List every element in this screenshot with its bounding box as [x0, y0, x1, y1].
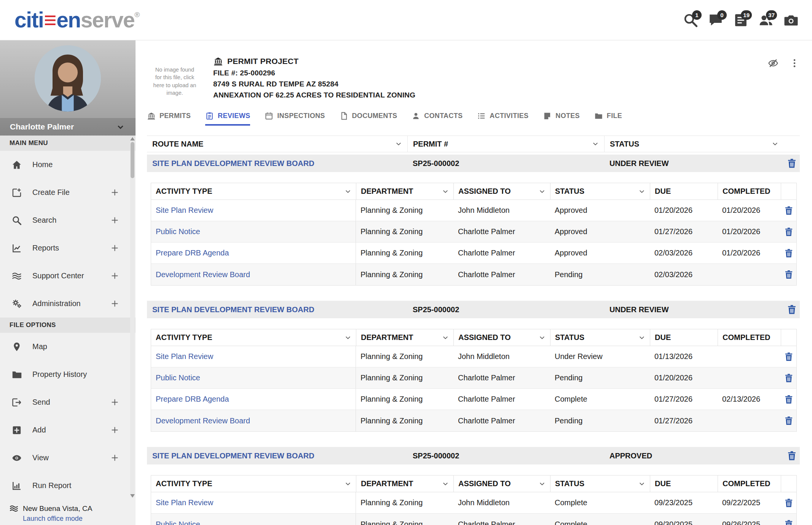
chevron-down-icon[interactable] [638, 187, 646, 196]
column-header-label[interactable]: DEPARTMENT [361, 479, 413, 488]
sidebar-item-run-report[interactable]: Run Report [0, 472, 136, 499]
column-header-label[interactable]: ASSIGNED TO [458, 479, 510, 488]
sidebar-item-send[interactable]: Send [0, 388, 136, 416]
tab-permits[interactable]: PERMITS [147, 112, 191, 126]
more-options-icon[interactable] [789, 58, 800, 69]
chevron-down-icon[interactable] [394, 140, 403, 148]
column-header-label[interactable]: STATUS [555, 333, 584, 342]
upload-image-placeholder[interactable]: No image found for this file, click here… [152, 66, 198, 97]
expand-plus-icon[interactable] [110, 188, 120, 197]
chevron-down-icon[interactable] [344, 480, 352, 488]
delete-route-button[interactable] [786, 304, 798, 315]
activity-type-link[interactable]: Public Notice [156, 227, 200, 236]
delete-activity-button[interactable] [783, 351, 794, 362]
column-header-label[interactable]: ASSIGNED TO [458, 187, 510, 196]
delete-activity-button[interactable] [783, 394, 794, 405]
chevron-down-icon[interactable] [771, 140, 779, 148]
chevron-down-icon[interactable] [441, 334, 450, 342]
scrollbar-thumb[interactable] [131, 142, 134, 178]
scrollbar-track[interactable] [130, 137, 135, 498]
activity-type-link[interactable]: Public Notice [156, 373, 200, 382]
activity-type-link[interactable]: Development Review Board [156, 270, 250, 279]
expand-plus-icon[interactable] [110, 299, 120, 308]
column-header-label[interactable]: PERMIT # [413, 140, 448, 148]
sidebar-item-create-file[interactable]: Create File [0, 179, 136, 206]
scroll-down-arrow-icon[interactable] [130, 494, 135, 498]
expand-plus-icon[interactable] [110, 215, 120, 225]
expand-plus-icon[interactable] [110, 425, 120, 435]
tab-documents[interactable]: DOCUMENTS [340, 112, 397, 126]
chevron-down-icon[interactable] [591, 140, 600, 148]
delete-activity-button[interactable] [783, 248, 794, 259]
sidebar-item-map[interactable]: Map [0, 333, 136, 361]
chevron-down-icon[interactable] [441, 187, 450, 196]
sidebar-item-view[interactable]: View [0, 444, 136, 472]
tab-notes[interactable]: NOTES [543, 112, 580, 126]
camera-icon-button[interactable] [783, 11, 799, 29]
tab-inspections[interactable]: INSPECTIONS [265, 112, 325, 126]
column-header-label[interactable]: STATUS [610, 140, 639, 148]
column-header-label[interactable]: COMPLETED [723, 479, 771, 488]
chevron-down-icon[interactable] [538, 334, 546, 342]
tab-activities[interactable]: ACTIVITIES [477, 112, 528, 126]
delete-route-button[interactable] [786, 158, 798, 169]
delete-activity-button[interactable] [783, 519, 794, 525]
chevron-down-icon[interactable] [441, 480, 450, 488]
search-icon-button[interactable]: 1 [683, 11, 699, 29]
sidebar-item-home[interactable]: Home [0, 151, 136, 179]
activity-type-link[interactable]: Prepare DRB Agenda [156, 395, 229, 404]
chevron-down-icon[interactable] [115, 122, 126, 132]
tab-contacts[interactable]: CONTACTS [412, 112, 463, 126]
chevron-down-icon[interactable] [638, 334, 646, 342]
sidebar-item-search[interactable]: Search [0, 206, 136, 234]
tab-file[interactable]: FILE [594, 112, 622, 126]
column-header-label[interactable]: STATUS [555, 187, 584, 196]
chevron-down-icon[interactable] [344, 334, 352, 342]
delete-activity-button[interactable] [783, 269, 794, 280]
tab-reviews[interactable]: REVIEWS [205, 112, 250, 126]
column-header-label[interactable]: DEPARTMENT [361, 187, 413, 196]
route-name-link[interactable]: SITE PLAN DEVELOPMENT REVIEW BOARD [147, 305, 314, 314]
column-header-label[interactable]: ACTIVITY TYPE [156, 187, 212, 196]
chevron-down-icon[interactable] [344, 187, 352, 196]
launch-office-mode-link[interactable]: Launch office mode [23, 515, 136, 523]
delete-activity-button[interactable] [783, 498, 794, 508]
people-icon-button[interactable]: 37 [758, 11, 774, 29]
chevron-down-icon[interactable] [538, 187, 546, 196]
activity-type-link[interactable]: Site Plan Review [156, 206, 213, 215]
sidebar-item-reports[interactable]: Reports [0, 234, 136, 262]
sidebar-scrollbar[interactable] [130, 137, 135, 498]
expand-plus-icon[interactable] [110, 243, 120, 253]
column-header-label[interactable]: ACTIVITY TYPE [156, 479, 212, 488]
expand-plus-icon[interactable] [110, 397, 120, 407]
delete-activity-button[interactable] [783, 415, 794, 426]
scroll-up-arrow-icon[interactable] [130, 137, 135, 140]
activity-type-link[interactable]: Development Review Board [156, 416, 250, 425]
sidebar-item-property-history[interactable]: Property History [0, 361, 136, 388]
activity-type-link[interactable]: Site Plan Review [156, 352, 213, 361]
sidebar-item-administration[interactable]: Administration [0, 290, 136, 318]
delete-route-button[interactable] [786, 450, 798, 461]
sidebar-item-add[interactable]: Add [0, 416, 136, 444]
route-name-link[interactable]: SITE PLAN DEVELOPMENT REVIEW BOARD [147, 452, 314, 460]
column-header-label[interactable]: DUE [655, 187, 671, 196]
delete-activity-button[interactable] [783, 227, 794, 237]
column-header-label[interactable]: DEPARTMENT [361, 333, 413, 342]
activity-type-link[interactable]: Site Plan Review [156, 498, 213, 507]
activity-type-link[interactable]: Prepare DRB Agenda [156, 249, 229, 257]
expand-plus-icon[interactable] [110, 271, 120, 281]
delete-activity-button[interactable] [783, 373, 794, 383]
column-header-label[interactable]: COMPLETED [723, 187, 771, 196]
delete-activity-button[interactable] [783, 205, 794, 216]
tasks-icon-button[interactable]: 19 [733, 11, 749, 29]
column-header-label[interactable]: STATUS [555, 479, 584, 488]
activity-type-link[interactable]: Public Notice [156, 520, 200, 525]
chevron-down-icon[interactable] [638, 480, 646, 488]
column-header-label[interactable]: ROUTE NAME [152, 140, 203, 148]
expand-plus-icon[interactable] [110, 453, 120, 463]
column-header-label[interactable]: ACTIVITY TYPE [156, 333, 212, 342]
hide-eye-icon[interactable] [768, 58, 778, 69]
user-menu[interactable]: Charlotte Palmer [0, 118, 136, 136]
column-header-label[interactable]: ASSIGNED TO [458, 333, 510, 342]
chevron-down-icon[interactable] [538, 480, 546, 488]
